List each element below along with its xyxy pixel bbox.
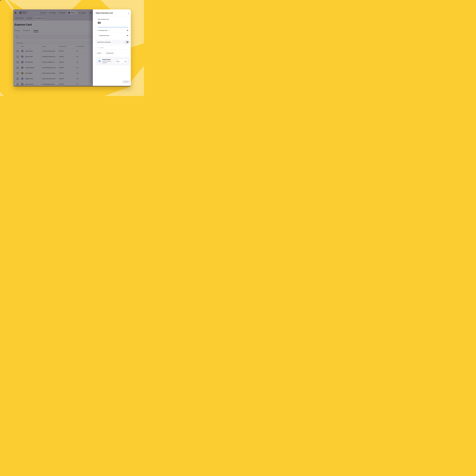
filter-label: Country xyxy=(97,52,101,54)
unallocated-label: Unallocated funds xyxy=(99,35,109,36)
limit-input-box[interactable]: Limit $ USD xyxy=(115,59,128,64)
window-bottom-edge xyxy=(13,86,131,86)
filter-spending-limit[interactable]: Spending limit xyxy=(105,51,116,55)
modal-search[interactable] xyxy=(96,46,130,50)
same-limit-label: Same limit to all workers xyxy=(97,41,111,43)
filter-country[interactable]: Country xyxy=(96,51,104,55)
close-icon xyxy=(128,13,129,14)
toggle-knob xyxy=(125,41,127,43)
allocated-dot xyxy=(98,30,98,31)
allocated-funds-row: Allocated funds $0 xyxy=(98,29,128,31)
funds-progress-bar xyxy=(98,27,128,28)
limit-label: Limit xyxy=(116,60,127,61)
modal-search-input[interactable] xyxy=(100,47,129,49)
limit-input[interactable] xyxy=(117,61,122,62)
currency-symbol: $ xyxy=(116,61,117,62)
save-button[interactable]: Save xyxy=(122,80,130,83)
worker-name: André Fabron xyxy=(102,59,113,60)
filter-label: Spending limit xyxy=(106,52,113,54)
funds-amount: $0 xyxy=(98,21,128,24)
funds-label: Total available funds xyxy=(98,18,128,20)
app-window: d. Omnvi All groups Home People Payroll … xyxy=(13,9,131,86)
adjust-spending-limit-modal: Adjust Spending Limit Total available fu… xyxy=(93,9,131,86)
unallocated-funds-row: Unallocated funds $0 xyxy=(98,34,128,36)
funds-card: Total available funds $0 Allocated funds… xyxy=(96,16,130,39)
chevron-down-icon xyxy=(102,53,102,54)
currency-code: USD xyxy=(124,61,127,62)
unallocated-value: $0 xyxy=(127,35,128,36)
modal-title: Adjust Spending Limit xyxy=(96,12,113,14)
info-icon[interactable] xyxy=(108,30,110,31)
allocated-label: Allocated funds xyxy=(99,30,108,31)
allocated-value: $0 xyxy=(127,30,128,31)
unallocated-dot xyxy=(98,35,98,36)
bg-corner-accent xyxy=(0,0,1,1)
chevron-down-icon xyxy=(114,53,115,54)
info-icon[interactable] xyxy=(110,35,111,36)
close-button[interactable] xyxy=(127,12,130,14)
worker-limit-card: AF André Fabron Human DirectivesEngineer… xyxy=(96,57,130,65)
search-icon xyxy=(97,47,99,48)
same-limit-row: Same limit to all workers xyxy=(96,40,130,44)
avatar: AF xyxy=(98,60,101,63)
same-limit-toggle[interactable] xyxy=(125,41,129,43)
worker-job-title: Human DirectivesEngineer xyxy=(102,61,113,64)
